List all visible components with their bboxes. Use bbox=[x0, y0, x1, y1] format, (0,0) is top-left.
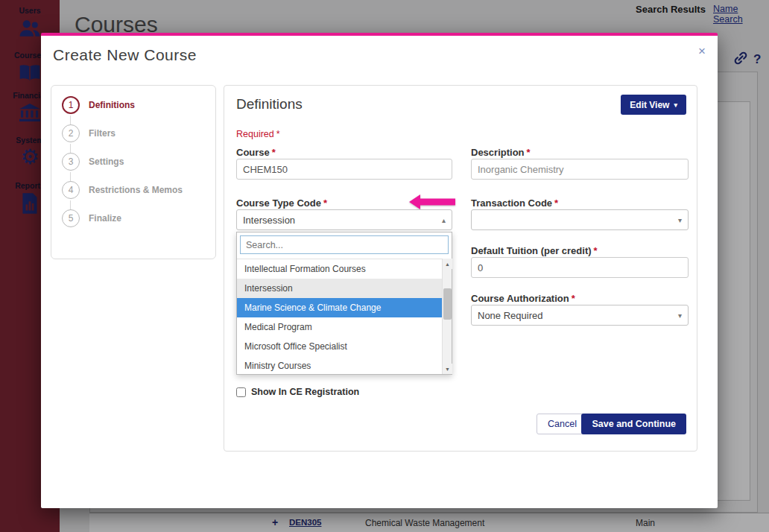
course-type-dropdown: Intellectual Formation Courses Intersess… bbox=[236, 232, 452, 375]
course-authorization-label: Course Authorization* bbox=[471, 293, 575, 304]
step-label: Definitions bbox=[89, 100, 135, 110]
edit-view-label: Edit View bbox=[630, 100, 669, 110]
course-label: Course* bbox=[236, 147, 276, 158]
save-and-continue-button[interactable]: Save and Continue bbox=[581, 414, 686, 434]
edit-view-button[interactable]: Edit View ▾ bbox=[621, 95, 686, 115]
create-course-modal: Create New Course × 1 Definitions 2 Filt… bbox=[41, 33, 718, 508]
dropdown-option-selected[interactable]: Intersession bbox=[237, 279, 442, 298]
dropdown-option[interactable]: Microsoft Office Specialist bbox=[237, 337, 442, 356]
cancel-button[interactable]: Cancel bbox=[537, 414, 588, 434]
chevron-down-icon: ▾ bbox=[678, 311, 682, 320]
step-restrictions-memos[interactable]: 4 Restrictions & Memos bbox=[62, 181, 183, 199]
step-connector bbox=[70, 144, 71, 153]
step-connector bbox=[70, 172, 71, 181]
course-type-code-label: Course Type Code* bbox=[236, 197, 327, 209]
dropdown-option[interactable]: Intellectual Formation Courses bbox=[237, 259, 442, 279]
step-finalize[interactable]: 5 Finalize bbox=[62, 209, 121, 227]
course-type-code-value: Intersession bbox=[243, 215, 295, 226]
step-number: 2 bbox=[62, 124, 80, 142]
step-number: 5 bbox=[62, 209, 80, 227]
ce-registration-checkbox[interactable] bbox=[236, 387, 246, 397]
dropdown-option-list: Intellectual Formation Courses Intersess… bbox=[237, 259, 442, 374]
step-label: Filters bbox=[89, 128, 115, 139]
wizard-stepper: 1 Definitions 2 Filters 3 Settings 4 Res… bbox=[51, 85, 216, 259]
step-definitions[interactable]: 1 Definitions bbox=[62, 96, 135, 114]
ce-registration-label: Show In CE Registration bbox=[251, 387, 359, 397]
description-label: Description* bbox=[471, 147, 531, 158]
chevron-up-icon: ▴ bbox=[442, 216, 446, 224]
course-input[interactable] bbox=[236, 159, 452, 180]
step-label: Restrictions & Memos bbox=[89, 185, 183, 195]
required-note: Required* bbox=[236, 129, 280, 139]
step-connector bbox=[70, 115, 71, 124]
modal-title: Create New Course bbox=[53, 46, 197, 64]
step-label: Finalize bbox=[89, 213, 121, 224]
course-authorization-value: None Required bbox=[478, 310, 542, 321]
scroll-up-icon[interactable]: ▲ bbox=[443, 259, 452, 269]
scrollbar-thumb[interactable] bbox=[443, 288, 452, 320]
app-canvas: Users Courses Financial bbox=[0, 0, 769, 532]
dropdown-option[interactable]: Medical Program bbox=[237, 317, 442, 337]
definitions-panel: Definitions Edit View ▾ Required* Course… bbox=[224, 85, 697, 452]
step-number: 4 bbox=[62, 181, 80, 199]
required-asterisk: * bbox=[276, 129, 280, 139]
default-tuition-input[interactable] bbox=[471, 257, 689, 278]
close-icon[interactable]: × bbox=[698, 44, 706, 59]
default-tuition-label: Default Tuition (per credit)* bbox=[471, 245, 598, 256]
step-filters[interactable]: 2 Filters bbox=[62, 124, 115, 142]
step-number: 1 bbox=[62, 96, 80, 114]
course-authorization-select[interactable]: None Required ▾ bbox=[471, 305, 689, 326]
step-settings[interactable]: 3 Settings bbox=[62, 153, 124, 171]
dropdown-option-highlighted[interactable]: Marine Science & Climate Change bbox=[237, 298, 442, 317]
scroll-down-icon[interactable]: ▼ bbox=[443, 364, 452, 374]
step-connector bbox=[70, 200, 71, 209]
step-label: Settings bbox=[89, 156, 124, 167]
step-number: 3 bbox=[62, 153, 80, 171]
transaction-code-select[interactable]: ▾ bbox=[471, 209, 689, 230]
chevron-down-icon: ▾ bbox=[674, 101, 677, 109]
dropdown-search-input[interactable] bbox=[240, 235, 449, 254]
chevron-down-icon: ▾ bbox=[678, 216, 682, 224]
dropdown-option[interactable]: Ministry Courses bbox=[237, 356, 442, 374]
dropdown-scrollbar[interactable]: ▲ ▼ bbox=[442, 259, 452, 374]
panel-heading: Definitions bbox=[236, 96, 303, 113]
course-type-code-select[interactable]: Intersession ▴ bbox=[236, 209, 452, 230]
description-input[interactable] bbox=[471, 159, 689, 180]
ce-registration-row: Show In CE Registration bbox=[236, 387, 359, 397]
transaction-code-label: Transaction Code* bbox=[471, 197, 558, 209]
